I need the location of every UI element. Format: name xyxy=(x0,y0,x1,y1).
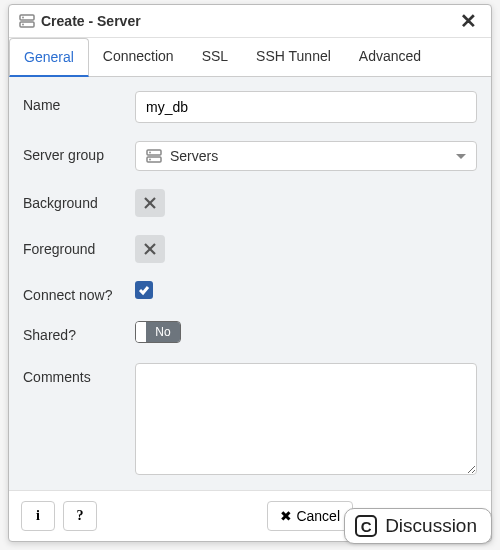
row-name: Name xyxy=(23,91,477,123)
tab-connection[interactable]: Connection xyxy=(89,38,188,76)
label-comments: Comments xyxy=(23,363,135,385)
server-group-value: Servers xyxy=(170,148,456,164)
row-server-group: Server group Servers xyxy=(23,141,477,171)
shared-toggle-label: No xyxy=(146,322,180,342)
tab-ssh-tunnel[interactable]: SSH Tunnel xyxy=(242,38,345,76)
name-input[interactable] xyxy=(135,91,477,123)
close-icon[interactable]: ✕ xyxy=(456,11,481,31)
label-foreground: Foreground xyxy=(23,235,135,257)
help-button[interactable]: ? xyxy=(63,501,97,531)
server-group-select[interactable]: Servers xyxy=(135,141,477,171)
svg-point-6 xyxy=(149,152,151,154)
row-shared: Shared? No xyxy=(23,321,477,345)
row-background: Background xyxy=(23,189,477,217)
discussion-icon: C xyxy=(355,515,377,537)
close-icon: ✖ xyxy=(280,508,292,524)
info-button[interactable]: i xyxy=(21,501,55,531)
server-icon xyxy=(19,14,35,28)
svg-point-7 xyxy=(149,159,151,161)
row-foreground: Foreground xyxy=(23,235,477,263)
dialog-title: Create - Server xyxy=(41,13,456,29)
label-shared: Shared? xyxy=(23,321,135,343)
row-comments: Comments xyxy=(23,363,477,478)
discussion-label: Discussion xyxy=(385,515,477,537)
label-background: Background xyxy=(23,189,135,211)
cancel-button[interactable]: ✖ Cancel xyxy=(267,501,353,531)
cancel-button-label: Cancel xyxy=(296,508,340,524)
comments-textarea[interactable] xyxy=(135,363,477,475)
label-connect-now: Connect now? xyxy=(23,281,135,303)
servers-icon xyxy=(146,149,162,163)
dialog-header: Create - Server ✕ xyxy=(9,5,491,38)
tab-general[interactable]: General xyxy=(9,38,89,77)
row-connect-now: Connect now? xyxy=(23,281,477,303)
discussion-badge[interactable]: C Discussion xyxy=(344,508,492,544)
create-server-dialog: Create - Server ✕ General Connection SSL… xyxy=(8,4,492,542)
foreground-color-button[interactable] xyxy=(135,235,165,263)
tab-ssl[interactable]: SSL xyxy=(188,38,242,76)
chevron-down-icon xyxy=(456,154,466,159)
svg-point-2 xyxy=(22,17,24,19)
shared-toggle[interactable]: No xyxy=(135,321,181,343)
tab-advanced[interactable]: Advanced xyxy=(345,38,435,76)
label-name: Name xyxy=(23,91,135,113)
label-server-group: Server group xyxy=(23,141,135,163)
background-color-button[interactable] xyxy=(135,189,165,217)
svg-point-3 xyxy=(22,24,24,26)
connect-now-checkbox[interactable] xyxy=(135,281,153,299)
tabs: General Connection SSL SSH Tunnel Advanc… xyxy=(9,38,491,77)
dialog-body: Name Server group Servers xyxy=(9,77,491,490)
